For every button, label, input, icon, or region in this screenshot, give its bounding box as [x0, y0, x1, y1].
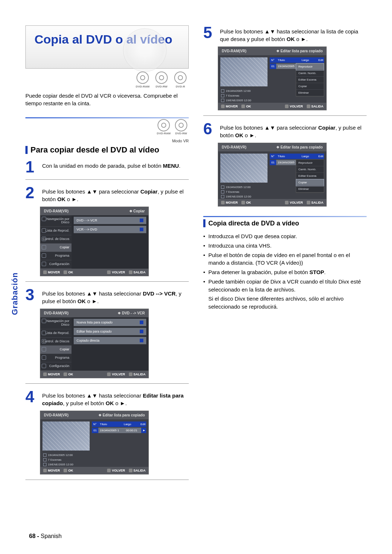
osd-step6: DVD-RAM(VR)Editar lista para copiado N°T… — [218, 143, 327, 207]
disc-rw-icon: DVD-RW — [173, 120, 189, 135]
disc-ram-icon: DVD-RAM — [156, 120, 171, 135]
disc-ram-icon: DVD-RAM — [134, 72, 151, 88]
menu-item: Navegación por Disco — [40, 215, 72, 227]
step-6: 6 Pulse los botones para seleccionar Cop… — [203, 122, 367, 139]
list-item: Pulse el botón de copia de vídeo en el p… — [203, 251, 367, 267]
step-4: 4 Pulse los botones hasta seleccionar Ed… — [25, 390, 189, 407]
note-text: Si el disco Divx tiene diferentes archiv… — [208, 295, 367, 311]
osd-edit-list: DVD-RAM(VR)Editar lista para copiado N°T… — [40, 411, 149, 474]
menu-item: Control. de Discos — [40, 235, 72, 244]
osd-menu-dvd-vcr: DVD-RAM(VR)DVD - -> VCR Navegación por D… — [40, 309, 149, 378]
context-menu: Reproducir Camb. Nomb. Editar Escena Cop… — [296, 63, 324, 97]
disc-r-icon: DVD-R — [172, 72, 189, 88]
context-menu: Reproducir Camb. Nomb. Editar Escena Cop… — [296, 159, 324, 193]
disc-rw-icon: DVD-RW — [153, 72, 170, 88]
step-5: 5 Pulse los botones hasta seleccionar la… — [203, 25, 367, 43]
step-3: 3 Pulse los botones hasta seleccionar DV… — [25, 288, 189, 305]
osd-menu-copiar: DVD-RAM(VR)Copiar Navegación por Disco L… — [40, 207, 149, 276]
disc-badge-row: DVD-RAM DVD-RW DVD-R — [25, 72, 189, 88]
table-row: 01 19/JAN/2005 1 00:00:21 ► — [92, 428, 146, 433]
side-tab: Grabación — [10, 272, 20, 315]
step-2: 2 Pulse los botones para seleccionar Cop… — [25, 186, 189, 203]
intro-text: Puede copiar desde el DVD al VCR o vicev… — [25, 92, 189, 107]
section-heading-2: Copia directa de DVD a vídeo — [203, 219, 367, 227]
mode-label: Modo VR — [25, 139, 189, 143]
menu-item: Programa — [40, 252, 72, 260]
submenu-item: DVD - -> VCR — [74, 217, 146, 224]
menu-item: Configuración — [40, 260, 72, 269]
divider — [25, 117, 189, 118]
menu-item: Lista de Reprod. — [40, 227, 72, 235]
preview-thumb — [42, 421, 90, 451]
list-item: Introduzca una cinta VHS. — [203, 242, 367, 250]
disc-art — [123, 28, 167, 72]
title-banner: Copia al DVD o al vídeo — [25, 25, 189, 69]
page-footer: 68 - Spanish — [29, 533, 62, 539]
osd-step5: DVD-RAM(VR)Editar lista para copiado N°T… — [218, 46, 327, 110]
disc-badge-row-2: DVD-RAM DVD-RW — [25, 120, 189, 135]
menu-item-selected: Copiar — [40, 244, 72, 252]
step-1: 1 Con la unidad en modo de parada, pulse… — [25, 160, 189, 174]
submenu-item: VCR - -> DVD — [74, 226, 146, 233]
section-heading-1: Para copiar desde el DVD al vídeo — [25, 145, 189, 155]
list-item: Puede también copiar de Divx a VCR cuand… — [203, 278, 367, 294]
list-item: Introduzca el DVD que desea copiar. — [203, 232, 367, 240]
bullet-list: Introduzca el DVD que desea copiar. Intr… — [203, 232, 367, 293]
list-item: Para detener la grabación, pulse el botó… — [203, 268, 367, 276]
